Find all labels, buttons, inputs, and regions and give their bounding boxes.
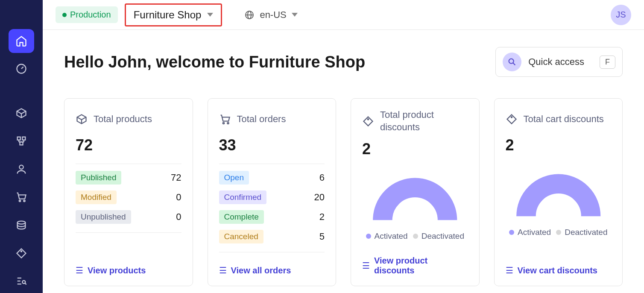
legend-activated: Activated — [509, 228, 551, 237]
svg-point-14 — [23, 200, 25, 202]
status-row: Complete2 — [219, 210, 325, 224]
quick-access-label: Quick access — [528, 56, 584, 67]
tag-icon — [362, 115, 374, 127]
quick-access-shortcut: F — [600, 56, 615, 69]
legend-deactivated: Deactivated — [413, 231, 464, 241]
legend: Activated Deactivated — [362, 231, 468, 241]
view-cart-discounts-link[interactable]: View cart discounts — [518, 266, 597, 275]
card-title: Total orders — [237, 113, 286, 126]
status-row: Canceled5 — [219, 230, 325, 243]
environment-dot-icon — [62, 13, 67, 17]
list-icon: ☰ — [362, 261, 370, 271]
card-total-orders: Total orders 33 Open6Confirmed20Complete… — [208, 98, 337, 286]
sidebar-customers[interactable] — [9, 157, 34, 181]
locale-selector[interactable]: en-US — [239, 6, 302, 24]
svg-point-13 — [19, 200, 21, 202]
topbar: Production Furniture Shop en-US JS — [43, 0, 644, 30]
card-cart-discounts: Total cart discounts 2 Activated Deactiv… — [494, 98, 623, 286]
view-orders-link[interactable]: View all orders — [231, 266, 291, 275]
status-badge: Modified — [76, 190, 117, 204]
page-title: Hello John, welcome to Furniture Shop — [64, 53, 365, 71]
search-icon — [503, 53, 521, 71]
cube-icon — [76, 113, 88, 125]
sidebar-discounts[interactable] — [9, 241, 34, 265]
cart-discounts-chart — [506, 165, 612, 221]
status-value: 5 — [319, 231, 325, 242]
user-avatar[interactable]: JS — [611, 5, 631, 25]
environment-badge: Production — [56, 6, 118, 23]
svg-point-15 — [18, 221, 26, 224]
divider — [219, 252, 325, 252]
status-row: Published72 — [76, 171, 181, 185]
products-status-list: Published72Modified0Unpublished0 — [76, 171, 181, 230]
card-title: Total products — [94, 113, 152, 126]
chevron-down-icon — [207, 13, 213, 17]
orders-total: 33 — [219, 136, 325, 154]
sidebar-search[interactable] — [9, 269, 34, 293]
card-title: Total cart discounts — [524, 113, 604, 126]
products-total: 72 — [76, 136, 181, 154]
status-badge: Confirmed — [219, 190, 267, 204]
status-row: Modified0 — [76, 190, 181, 204]
svg-point-32 — [511, 117, 512, 117]
status-badge: Published — [76, 171, 121, 185]
product-discounts-chart — [362, 169, 468, 225]
list-icon: ☰ — [506, 265, 513, 275]
card-title: Total product discounts — [380, 109, 468, 133]
status-badge: Canceled — [219, 230, 263, 243]
sidebar-home[interactable] — [9, 29, 34, 53]
chevron-down-icon — [292, 13, 298, 17]
divider — [76, 232, 181, 233]
status-value: 6 — [319, 172, 325, 183]
svg-line-21 — [25, 283, 26, 285]
status-row: Unpublished0 — [76, 210, 181, 224]
status-badge: Complete — [219, 210, 264, 224]
list-icon: ☰ — [76, 265, 83, 275]
legend: Activated Deactivated — [506, 228, 612, 237]
locale-label: en-US — [260, 9, 286, 21]
card-product-discounts: Total product discounts 2 Activated Deac… — [351, 98, 480, 286]
view-products-link[interactable]: View products — [88, 266, 146, 275]
status-value: 2 — [319, 211, 325, 223]
svg-rect-6 — [22, 137, 25, 140]
product-discounts-total: 2 — [362, 140, 468, 158]
orders-status-list: Open6Confirmed20Complete2Canceled5 — [219, 171, 325, 249]
divider — [76, 164, 181, 164]
svg-point-30 — [227, 123, 229, 124]
legend-deactivated: Deactivated — [556, 228, 607, 237]
status-value: 20 — [314, 192, 325, 203]
svg-point-31 — [368, 119, 369, 120]
svg-line-26 — [513, 63, 515, 65]
svg-point-12 — [19, 165, 23, 169]
status-value: 0 — [176, 211, 181, 223]
project-name: Furniture Shop — [134, 9, 202, 21]
status-badge: Unpublished — [76, 210, 131, 224]
divider — [219, 164, 325, 164]
list-icon: ☰ — [219, 265, 227, 275]
svg-point-25 — [509, 59, 514, 64]
status-value: 0 — [176, 192, 181, 203]
cart-icon — [219, 113, 231, 125]
project-selector[interactable]: Furniture Shop — [125, 3, 222, 26]
sidebar-pricing[interactable] — [9, 213, 34, 237]
svg-rect-5 — [18, 137, 20, 140]
sidebar-categories[interactable] — [9, 129, 34, 153]
card-total-products: Total products 72 Published72Modified0Un… — [64, 98, 193, 286]
svg-point-16 — [21, 251, 22, 252]
cart-discounts-total: 2 — [506, 136, 612, 154]
status-badge: Open — [219, 171, 249, 185]
sidebar-orders[interactable] — [9, 185, 34, 209]
legend-activated: Activated — [366, 231, 408, 241]
status-value: 72 — [171, 172, 181, 183]
globe-icon — [244, 10, 255, 20]
sidebar-dashboard[interactable] — [9, 57, 34, 81]
quick-access-button[interactable]: Quick access F — [495, 47, 623, 77]
tag-icon — [506, 113, 518, 125]
sidebar-products[interactable] — [9, 101, 34, 125]
status-row: Confirmed20 — [219, 190, 325, 204]
status-row: Open6 — [219, 171, 325, 185]
svg-point-29 — [222, 123, 224, 124]
view-product-discounts-link[interactable]: View product discounts — [374, 256, 468, 275]
environment-label: Production — [70, 10, 111, 20]
